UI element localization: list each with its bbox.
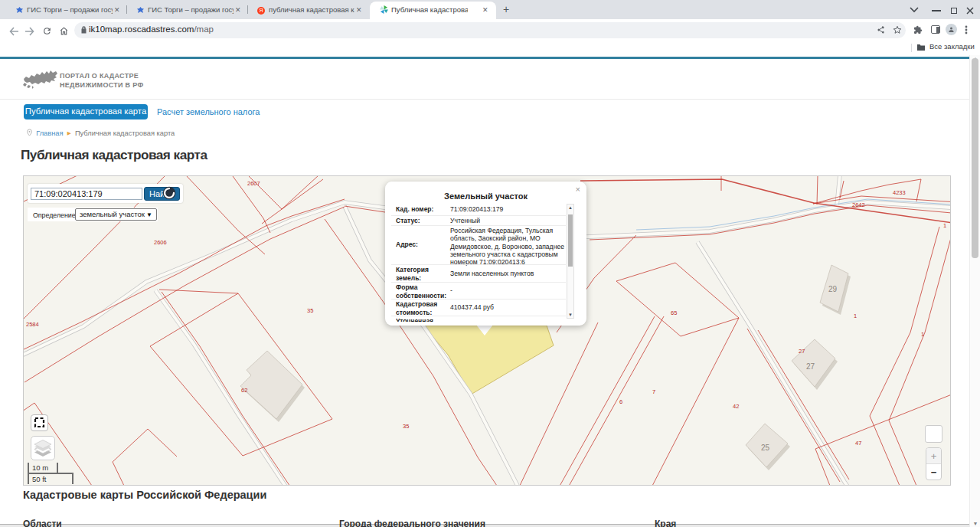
svg-text:1: 1 bbox=[921, 331, 924, 338]
svg-text:2642: 2642 bbox=[852, 201, 865, 208]
svg-text:27: 27 bbox=[799, 348, 805, 355]
svg-text:47: 47 bbox=[855, 440, 861, 447]
svg-text:35: 35 bbox=[403, 423, 409, 430]
svg-text:2607: 2607 bbox=[247, 180, 260, 187]
svg-text:1: 1 bbox=[943, 222, 946, 229]
svg-text:35: 35 bbox=[307, 307, 313, 314]
svg-text:29: 29 bbox=[828, 285, 838, 293]
svg-text:6: 6 bbox=[619, 398, 622, 405]
svg-text:62: 62 bbox=[241, 387, 247, 394]
svg-text:2606: 2606 bbox=[154, 239, 167, 246]
svg-text:27: 27 bbox=[806, 362, 815, 371]
svg-text:42: 42 bbox=[733, 403, 739, 410]
svg-text:1: 1 bbox=[854, 313, 857, 319]
svg-text:2584: 2584 bbox=[26, 321, 39, 328]
svg-text:25: 25 bbox=[761, 444, 770, 452]
svg-text:7: 7 bbox=[652, 388, 655, 395]
svg-text:4233: 4233 bbox=[893, 189, 906, 196]
svg-text:65: 65 bbox=[671, 309, 677, 316]
